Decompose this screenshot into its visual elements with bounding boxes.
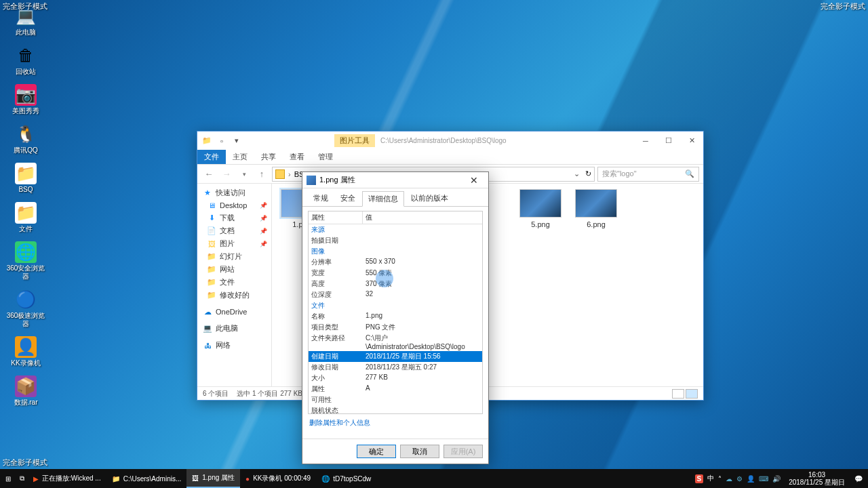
file-thumbnail[interactable]: 6.png	[573, 189, 619, 228]
action-center-button[interactable]: 💬	[849, 469, 868, 488]
system-tray[interactable]: S 中 ˄ ☁ ⚙ 👤 ⌨ 🔊	[691, 474, 785, 483]
task-view-button[interactable]: ⧉	[16, 469, 28, 488]
folder-icon: 📁	[207, 252, 216, 262]
property-row[interactable]: 拍摄日期	[309, 235, 482, 246]
tray-keyboard-icon[interactable]: ⌨	[759, 475, 768, 483]
close-button[interactable]: ✕	[464, 175, 484, 186]
view-thumbs-button[interactable]	[686, 389, 698, 399]
desktop-icon[interactable]: 🐧腾讯QQ	[5, 123, 46, 155]
sogou-ime-icon[interactable]: S	[695, 474, 704, 483]
desktop-icon[interactable]: 💻此电脑	[5, 5, 46, 37]
desktop-icon[interactable]: 👤KK录像机	[5, 336, 46, 367]
property-row[interactable]: 来源	[309, 224, 482, 235]
nav-item[interactable]: 📄文档📌	[197, 224, 271, 237]
desktop-icon[interactable]: 📁文件	[5, 202, 46, 233]
desktop-icon[interactable]: 🔵360极速浏览器	[5, 289, 46, 328]
recent-dropdown[interactable]: ▾	[237, 167, 252, 182]
ime-indicator[interactable]: 中	[707, 474, 714, 483]
folder-icon: 📄	[207, 226, 216, 236]
taskbar-item[interactable]: 🌐tD7topSCdw	[316, 469, 376, 488]
nav-item[interactable]: 💻此电脑	[197, 322, 271, 335]
clock-time: 16:03	[789, 471, 845, 479]
tray-up-icon[interactable]: ˄	[718, 475, 722, 483]
taskbar-item[interactable]: 🖼1.png 属性	[186, 469, 240, 488]
cancel-button[interactable]: 取消	[400, 445, 439, 458]
ribbon-tab[interactable]: 共享	[254, 150, 283, 164]
taskbar-item[interactable]: ●KK录像机 00:00:49	[240, 469, 316, 488]
nav-item[interactable]: 🖧网络	[197, 339, 271, 352]
property-value: 277 KB	[363, 373, 482, 384]
ribbon-tab[interactable]: 主页	[226, 150, 254, 164]
nav-item[interactable]: ☁OneDrive	[197, 306, 271, 318]
desktop-icon[interactable]: 📦数据.rar	[5, 375, 46, 407]
ribbon-tab[interactable]: 管理	[311, 150, 340, 164]
nav-item[interactable]: ⬇下载📌	[197, 211, 271, 224]
ribbon-file-tab[interactable]: 文件	[197, 150, 226, 164]
refresh-button[interactable]: ↻	[585, 169, 591, 178]
back-button[interactable]: ←	[201, 167, 216, 182]
col-header-value[interactable]: 值	[363, 211, 482, 224]
nav-label: 幻灯片	[220, 251, 242, 262]
taskbar-item[interactable]: 📁C:\Users\Adminis...	[106, 469, 187, 488]
property-row[interactable]: 位深度32	[309, 289, 482, 300]
qat-props-icon[interactable]: ▫	[215, 134, 229, 148]
properties-tab[interactable]: 安全	[335, 191, 361, 206]
property-value: 1.png	[363, 311, 482, 322]
nav-item[interactable]: 📁修改好的	[197, 289, 271, 302]
icon-label: BSQ	[18, 186, 33, 194]
file-thumbnail[interactable]: 5.png	[517, 189, 564, 228]
desktop-icon[interactable]: 🌐360安全浏览器	[5, 241, 46, 281]
nav-item[interactable]: 📁网站	[197, 263, 271, 276]
tray-cloud-icon[interactable]: ☁	[726, 475, 732, 483]
remove-properties-link[interactable]: 删除属性和个人信息	[308, 414, 483, 432]
property-row[interactable]: 分辨率550 x 370	[309, 257, 482, 268]
qat-dropdown-icon[interactable]: ▾	[230, 134, 243, 148]
property-row[interactable]: 高度370 像素	[309, 279, 482, 289]
nav-item[interactable]: 📁文件	[197, 276, 271, 289]
tray-volume-icon[interactable]: 🔊	[772, 475, 781, 483]
picture-tools-tab[interactable]: 图片工具	[334, 134, 375, 147]
folder-icon: 💻	[203, 324, 212, 333]
property-row[interactable]: 名称1.png	[309, 311, 482, 322]
close-button[interactable]: ✕	[680, 134, 703, 148]
properties-titlebar[interactable]: 1.png 属性 ✕	[302, 172, 488, 188]
addr-dropdown-icon[interactable]: ⌄	[569, 169, 584, 178]
col-header-property[interactable]: 属性	[309, 211, 363, 224]
properties-tab[interactable]: 以前的版本	[406, 191, 454, 206]
nav-item[interactable]: 🖼图片📌	[197, 237, 271, 250]
desktop-icon[interactable]: 🗑回收站	[5, 45, 46, 76]
property-row[interactable]: 属性A	[309, 384, 482, 394]
maximize-button[interactable]: ☐	[657, 134, 680, 148]
search-input[interactable]: 搜索"logo" 🔍	[597, 167, 699, 182]
explorer-titlebar[interactable]: 📁 ▫ ▾ 图片工具 C:\Users\Administrator\Deskto…	[197, 131, 703, 150]
nav-item[interactable]: ★快速访问	[197, 186, 271, 199]
nav-item[interactable]: 📁幻灯片	[197, 250, 271, 263]
ok-button[interactable]: 确定	[357, 445, 396, 458]
desktop-icon[interactable]: 📁BSQ	[5, 163, 46, 194]
tray-settings-icon[interactable]: ⚙	[736, 475, 743, 483]
start-button[interactable]: ⊞	[0, 469, 16, 488]
property-row[interactable]: 宽度550 像素	[309, 268, 482, 279]
property-row[interactable]: 脱机状态	[309, 405, 482, 414]
property-row[interactable]: 图像	[309, 246, 482, 257]
property-row[interactable]: 创建日期2018/11/25 星期日 15:56	[309, 351, 482, 362]
minimize-button[interactable]: ─	[634, 134, 657, 148]
property-row[interactable]: 可用性	[309, 394, 482, 405]
properties-tab[interactable]: 常规	[308, 191, 334, 206]
property-row[interactable]: 大小277 KB	[309, 373, 482, 384]
forward-button[interactable]: →	[219, 167, 234, 182]
taskbar-item[interactable]: ▶正在播放:Wicked ...	[28, 469, 106, 488]
properties-tab[interactable]: 详细信息	[362, 191, 404, 207]
tray-person-icon[interactable]: 👤	[747, 475, 755, 483]
taskbar-clock[interactable]: 16:03 2018/11/25 星期日	[785, 471, 849, 486]
ribbon-tab[interactable]: 查看	[283, 150, 311, 164]
nav-item[interactable]: 🖥Desktop📌	[197, 199, 271, 211]
apply-button[interactable]: 应用(A)	[443, 445, 483, 458]
up-button[interactable]: ↑	[254, 167, 269, 182]
property-row[interactable]: 文件夹路径C:\用户\Administrator\Desktop\BSQ\log…	[309, 333, 482, 351]
property-row[interactable]: 项目类型PNG 文件	[309, 322, 482, 333]
property-row[interactable]: 修改日期2018/11/23 星期五 0:27	[309, 362, 482, 373]
property-row[interactable]: 文件	[309, 300, 482, 311]
view-details-button[interactable]	[672, 389, 684, 399]
desktop-icon[interactable]: 📷美图秀秀	[5, 84, 46, 115]
